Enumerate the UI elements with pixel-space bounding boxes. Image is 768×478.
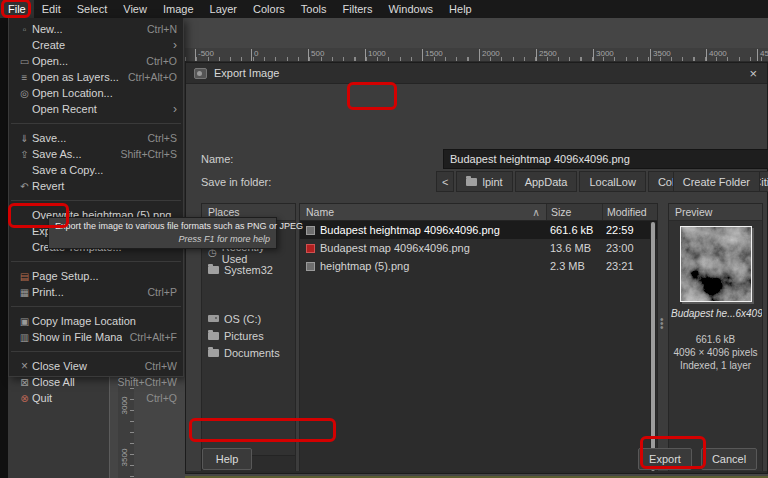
- help-button[interactable]: Help: [202, 448, 252, 470]
- column-size[interactable]: Size: [546, 204, 602, 220]
- hruler-label: 500: [308, 49, 324, 61]
- menu-item-new[interactable]: New...Ctrl+N: [9, 21, 183, 37]
- menu-item-open-recent[interactable]: Open Recent›: [9, 101, 183, 117]
- file-menu-dropdown: New...Ctrl+N Create› Open...Ctrl+O Open …: [8, 18, 184, 377]
- hruler-label: 2500: [536, 49, 557, 61]
- menu-separator: [11, 300, 181, 307]
- submenu-arrow-icon: ›: [173, 102, 177, 116]
- menu-item-open-location[interactable]: Open Location...: [9, 85, 183, 101]
- hruler-label: 0: [251, 49, 258, 61]
- menu-separator: [11, 117, 181, 124]
- menu-tools[interactable]: Tools: [293, 0, 335, 18]
- preview-header: Preview: [669, 204, 762, 221]
- hruler-label: -500: [195, 49, 214, 61]
- preview-info: 661.6 kB 4096 × 4096 pixels Indexed, 1 l…: [669, 333, 762, 372]
- create-folder-button[interactable]: Create Folder: [673, 171, 760, 192]
- menu-item-open-as-layers[interactable]: Open as Layers...Ctrl+Alt+O: [9, 69, 183, 85]
- annotation-box-png-extension: [347, 82, 397, 110]
- place-documents[interactable]: Documents: [202, 344, 295, 361]
- breadcrumb-back-button[interactable]: <: [436, 171, 454, 192]
- menu-separator: [11, 345, 181, 352]
- menu-separator: [11, 255, 181, 262]
- folder-icon: [208, 332, 219, 340]
- file-list-header: Name∧ Size Modified: [300, 204, 657, 221]
- revert-icon: [17, 181, 32, 192]
- menu-item-show-in-file-manager[interactable]: Show in File ManagerCtrl+Alt+F: [9, 329, 183, 345]
- menu-item-save-as[interactable]: Save As...Shift+Ctrl+S: [9, 146, 183, 162]
- menu-item-print[interactable]: Print...Ctrl+P: [9, 284, 183, 300]
- close-all-icon: [17, 377, 32, 388]
- layers-icon: [17, 72, 32, 83]
- menu-bar: File Edit Select View Image Layer Colors…: [0, 0, 768, 18]
- hruler-label: 1500: [422, 49, 443, 61]
- menu-item-open[interactable]: Open...Ctrl+O: [9, 53, 183, 69]
- drive-icon: [208, 315, 219, 322]
- breadcrumb-appdata[interactable]: AppData: [515, 171, 578, 192]
- hruler-label: 3500: [650, 49, 671, 61]
- menu-item-create[interactable]: Create›: [9, 37, 183, 53]
- menu-select[interactable]: Select: [69, 0, 116, 18]
- image-file-icon: [306, 226, 315, 235]
- preview-layers: Indexed, 1 layer: [669, 359, 762, 372]
- preview-filesize: 661.6 kB: [669, 333, 762, 346]
- close-icon: [17, 359, 32, 373]
- hruler-label: 4500: [757, 49, 768, 61]
- place-pictures[interactable]: Pictures: [202, 327, 295, 344]
- vruler-label: 3500: [120, 446, 129, 470]
- file-row[interactable]: Budapest heightmap 4096x4096.png 661.6 k…: [300, 221, 657, 239]
- breadcrumb-locallow[interactable]: LocalLow: [579, 171, 645, 192]
- menu-colors[interactable]: Colors: [245, 0, 293, 18]
- export-as-tooltip: Export the image to various file formats…: [48, 217, 277, 249]
- file-manager-icon: [17, 332, 32, 343]
- folder-icon: [208, 349, 219, 357]
- preview-dimensions: 4096 × 4096 pixels: [669, 346, 762, 359]
- menu-image[interactable]: Image: [155, 0, 202, 18]
- menu-item-revert[interactable]: Revert: [9, 178, 183, 194]
- menu-item-quit[interactable]: QuitCtrl+Q: [9, 390, 183, 406]
- menu-item-close-view[interactable]: Close ViewCtrl+W: [9, 358, 183, 374]
- save-as-icon: [17, 149, 32, 160]
- dialog-bottom-edge: [186, 471, 767, 473]
- sort-ascending-icon: ∧: [532, 204, 540, 220]
- scrollbar[interactable]: [650, 222, 656, 471]
- scrollbar-thumb[interactable]: [651, 222, 655, 471]
- folder-icon: [466, 178, 477, 186]
- hruler-label: 3000: [593, 49, 614, 61]
- menu-item-copy-image-location[interactable]: Copy Image Location: [9, 313, 183, 329]
- place-os-c[interactable]: OS (C:): [202, 310, 295, 327]
- menu-item-page-setup[interactable]: Page Setup...: [9, 268, 183, 284]
- menu-filters[interactable]: Filters: [335, 0, 381, 18]
- page-setup-icon: [17, 271, 32, 282]
- cancel-button[interactable]: Cancel: [701, 448, 757, 470]
- image-file-red-icon: [306, 244, 315, 253]
- menu-view[interactable]: View: [115, 0, 155, 18]
- hruler-label: 2000: [479, 49, 500, 61]
- annotation-box-export-as: [8, 203, 69, 228]
- column-name[interactable]: Name∧: [300, 204, 546, 220]
- dialog-title: Export Image: [214, 67, 747, 79]
- submenu-arrow-icon: ›: [173, 38, 177, 52]
- menu-item-save-a-copy[interactable]: Save a Copy...: [9, 162, 183, 178]
- column-modified[interactable]: Modified: [602, 204, 657, 220]
- copy-icon: [17, 316, 32, 327]
- pane-resize-handle[interactable]: •••: [660, 318, 664, 330]
- dialog-close-icon[interactable]: ×: [747, 66, 759, 81]
- breadcrumb-home[interactable]: lpint: [456, 171, 512, 192]
- menu-item-save[interactable]: Save...Ctrl+S: [9, 130, 183, 146]
- window-left-edge: [0, 18, 8, 478]
- tooltip-hint: Press F1 for more help: [55, 234, 270, 244]
- menu-windows[interactable]: Windows: [380, 0, 441, 18]
- filename-input[interactable]: [443, 149, 768, 169]
- dialog-titlebar[interactable]: Export Image ×: [186, 63, 767, 84]
- file-row[interactable]: heightmap (5).png 2.3 MB 23:21: [300, 257, 657, 275]
- preview-panel: Preview Budapest he...6x4096.png 661.6 k…: [668, 203, 763, 473]
- menu-layer[interactable]: Layer: [202, 0, 246, 18]
- tooltip-text: Export the image to various file formats…: [55, 221, 270, 231]
- menu-edit[interactable]: Edit: [34, 0, 69, 18]
- place-system32[interactable]: System32: [202, 261, 295, 278]
- menu-help[interactable]: Help: [441, 0, 480, 18]
- menu-item-close-all[interactable]: Close AllShift+Ctrl+W: [9, 374, 183, 390]
- annotation-box-select-file-type: [189, 418, 336, 442]
- save-in-folder-label: Save in folder:: [201, 176, 271, 188]
- file-row[interactable]: Budapest map 4096x4096.png 13.6 MB 23:00: [300, 239, 657, 257]
